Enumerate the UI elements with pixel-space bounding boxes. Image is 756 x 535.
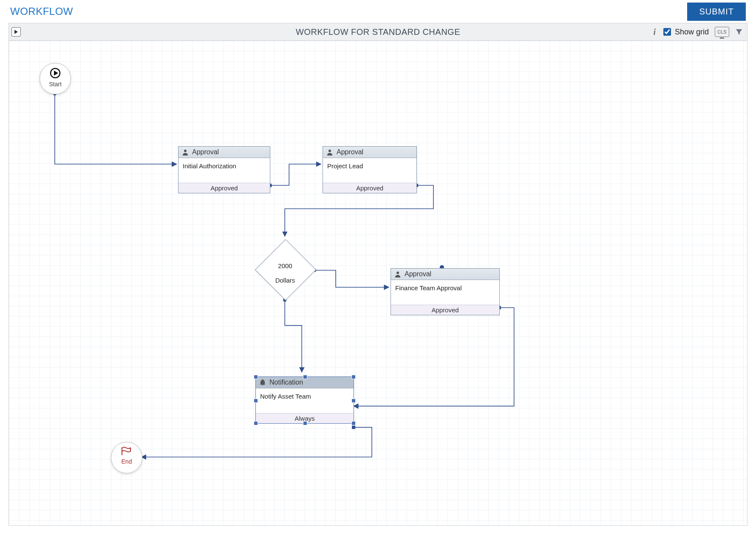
submit-button[interactable]: SUBMIT [687,3,746,21]
play-icon [14,30,18,34]
node-body: Initial Authorization [178,158,270,183]
node-type-label: Approval [337,148,363,156]
show-grid-label: Show grid [675,28,709,37]
start-label: Start [40,81,71,88]
start-node[interactable]: Start [40,63,71,94]
toolbar: WORKFLOW FOR STANDARD CHANGE i Show grid… [8,23,748,41]
end-label: End [111,458,142,465]
resize-handle[interactable] [303,421,307,425]
workflow-canvas[interactable]: Start Approval Initial Authorization App… [8,41,748,526]
notification-node-notify-asset-team[interactable]: Notification Notify Asset Team Always [255,376,354,424]
clear-screen-button[interactable]: CLS [715,27,729,37]
node-body: Project Lead [323,158,416,183]
show-grid-toggle[interactable]: Show grid [662,27,709,37]
show-grid-checkbox[interactable] [663,28,671,36]
svg-marker-0 [14,30,18,34]
svg-rect-8 [352,426,355,429]
approval-node-finance-team[interactable]: Approval Finance Team Approval Approved [391,268,500,315]
resize-handle[interactable] [254,399,258,403]
info-icon[interactable]: i [653,27,656,37]
flag-icon [111,447,142,458]
resize-handle[interactable] [254,375,258,379]
page-title: WORKFLOW [10,6,73,17]
resize-handle[interactable] [351,375,356,379]
end-node[interactable]: End [111,442,142,473]
node-type-label: Approval [405,270,431,278]
decision-node-2000-dollars[interactable]: 2000 Dollars [255,240,315,299]
approval-node-project-lead[interactable]: Approval Project Lead Approved [323,146,417,193]
resize-handle[interactable] [351,399,356,403]
svg-marker-11 [54,71,58,76]
play-icon [40,68,71,80]
user-icon [326,149,333,156]
user-icon [182,149,189,156]
filter-icon[interactable] [735,28,743,36]
node-body: Finance Team Approval [391,280,499,305]
node-outcome: Approved [323,183,416,193]
decision-line2: Dollars [275,277,295,284]
resize-handle[interactable] [351,421,356,425]
decision-line1: 2000 [278,262,292,269]
user-icon [394,271,401,277]
node-outcome: Approved [178,183,270,193]
node-body: Notify Asset Team [256,388,354,413]
node-outcome: Approved [391,305,499,315]
node-type-label: Notification [269,379,303,386]
approval-node-initial-authorization[interactable]: Approval Initial Authorization Approved [178,146,270,193]
resize-handle[interactable] [254,421,258,425]
toolbar-play-button[interactable] [11,27,21,37]
bell-icon [259,379,266,386]
node-type-label: Approval [192,148,219,156]
resize-handle[interactable] [303,375,307,379]
canvas-title: WORKFLOW FOR STANDARD CHANGE [296,27,460,37]
